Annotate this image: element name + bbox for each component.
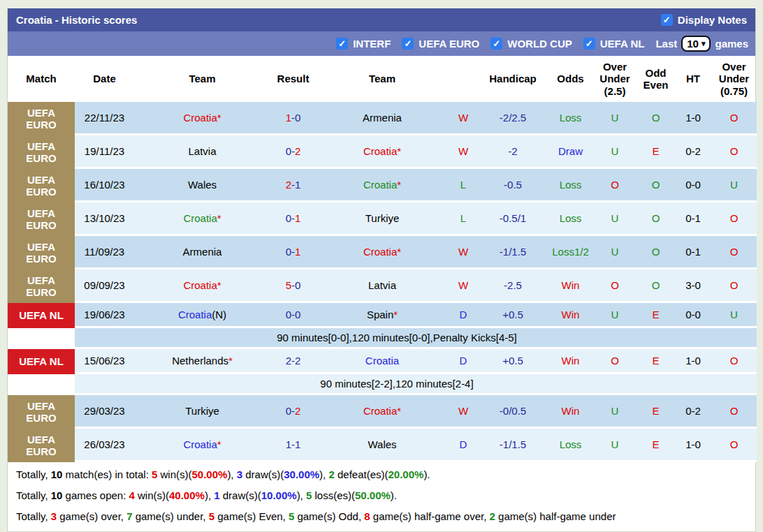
league-label: UEFA EURO [8,202,75,236]
summary-segment: 2 [490,510,495,522]
home-team-cell: Turkiye [134,395,270,427]
team-name: Turkiye [185,405,219,417]
date-cell: 26/03/23 [75,429,134,460]
over-under-075-cell: O [711,429,757,460]
home-team-cell: Croatia(N) [134,303,270,326]
team-suffix: * [217,212,221,224]
team-name: Wales [368,438,396,450]
checkbox-world-cup[interactable] [490,38,502,50]
filter-uefa-euro[interactable]: UEFA EURO [402,38,479,50]
wdl-cell: D [449,303,478,326]
score-home: 1 [286,112,291,124]
row-line: 13/10/23Croatia*0-1TurkiyeL-0.5/1LossUO0… [75,202,757,236]
team-suffix: (N) [212,309,226,320]
checkbox-interf[interactable] [336,38,348,50]
summary-line: Totally, 10 games open: 4 win(s)(40.00%)… [8,485,755,506]
odd-even-cell: O [637,169,675,200]
column-header: Over Under (0.75) [711,56,757,102]
ht-cell: 0-2 [675,395,711,427]
date-cell: 09/09/23 [75,269,134,301]
row-line: 29/03/23Turkiye0-2Croatia*W-0/0.5WinUE0-… [75,395,757,429]
table-row: UEFA NL15/06/23Netherlands*2-2CroatiaD+0… [8,349,755,395]
checkbox-uefa-euro[interactable] [402,38,414,50]
summary: Totally, 10 match(es) in total: 5 win(s)… [8,462,755,531]
team-name: Croatia [183,438,217,450]
summary-line: Totally, 10 match(es) in total: 5 win(s)… [8,464,755,485]
wdl-cell: W [449,135,478,167]
summary-segment: defeat(es)( [335,468,388,480]
over-under-25-cell: U [593,236,637,267]
score-home: 0 [286,145,291,157]
summary-segment: draw(s)( [242,468,284,480]
away-team-cell: Turkiye [316,202,449,234]
score-away: 0 [295,279,300,291]
team-name: Latvia [188,145,216,157]
summary-segment: 3 [237,468,242,480]
wdl-cell: L [449,202,478,234]
odds-cell: Win [548,303,593,326]
summary-segment: game(s) under, [132,510,208,522]
result-cell: 2-1 [270,169,316,200]
column-header: Team [134,56,270,102]
row-body: 19/11/23Latvia0-2Croatia*W-2DrawUE0-2O [75,135,757,169]
summary-segment: 10 [51,489,63,501]
match-note: 90 minutes[2-2],120 minutes[2-4] [75,374,757,395]
display-notes-toggle[interactable]: Display Notes [661,14,747,26]
chevron-down-icon: ▾ [702,40,706,47]
over-under-075-cell: O [711,135,757,167]
summary-segment: 10 [51,468,63,480]
row-line: 15/06/23Netherlands*2-2CroatiaD+0.5WinOE… [75,349,757,374]
filter-world-cup[interactable]: WORLD CUP [490,38,572,50]
over-under-075-cell: U [711,169,757,200]
over-under-075-cell: O [711,349,757,372]
away-team-cell: Croatia* [316,395,449,427]
odd-even-cell: O [637,236,675,267]
column-header: Date [75,56,134,102]
away-team-cell: Croatia* [316,236,449,267]
team-name: Croatia [183,112,217,124]
checkbox-uefa-nl[interactable] [583,38,595,50]
filter-items: INTERFUEFA EUROWORLD CUPUEFA NL [336,38,644,50]
summary-segment: 5 [209,510,215,522]
table-row: UEFA EURO11/09/23Armenia0-1Croatia*W-1/1… [8,236,755,269]
display-notes-checkbox[interactable] [661,14,673,26]
summary-segment: loss(es)( [312,489,355,501]
league-label: UEFA EURO [8,169,75,202]
odd-even-cell: E [637,395,675,427]
odds-cell: Loss [548,202,593,234]
date-cell: 29/03/23 [75,395,134,427]
over-under-25-cell: O [593,169,637,200]
wdl-cell: W [449,269,478,301]
handicap-cell: -0.5 [478,169,548,200]
odd-even-cell: E [637,303,675,326]
summary-segment: win(s)( [157,468,191,480]
games-label: games [715,38,748,50]
column-header: HT [675,56,711,102]
team-name: Wales [188,179,217,191]
filter-uefa-nl[interactable]: UEFA NL [583,38,645,50]
last-games-select[interactable]: 10 ▾ [681,36,711,52]
date-cell: 19/11/23 [75,135,134,167]
result-cell: 0-0 [270,303,316,326]
odds-cell: Win [548,349,593,372]
over-under-25-cell: U [593,102,637,133]
filter-interf[interactable]: INTERF [336,38,391,50]
handicap-cell: -1/1.5 [478,429,548,460]
summary-segment: 1 [214,489,219,501]
summary-segment: game(s) half-game under [495,510,616,522]
row-body: 09/09/23Croatia*5-0LatviaW-2.5WinOO3-0O [75,269,757,303]
odd-even-cell: E [637,135,675,167]
row-body: 15/06/23Netherlands*2-2CroatiaD+0.5WinOE… [75,349,757,395]
team-name: Croatia [178,309,212,320]
away-team-cell: Armenia [316,102,449,133]
summary-segment: 5 [289,510,294,522]
summary-segment: 50.00% [192,468,228,480]
score-away: 2 [295,355,300,367]
match-note: 90 minutes[0-0],120 minutes[0-0],Penalty… [75,328,757,349]
over-under-075-cell: O [711,202,757,234]
summary-segment: Totally, [16,489,51,501]
team-name: Croatia [363,246,397,258]
team-name: Armenia [363,112,402,124]
team-name: Croatia [363,405,397,417]
result-cell: 0-2 [270,135,316,167]
